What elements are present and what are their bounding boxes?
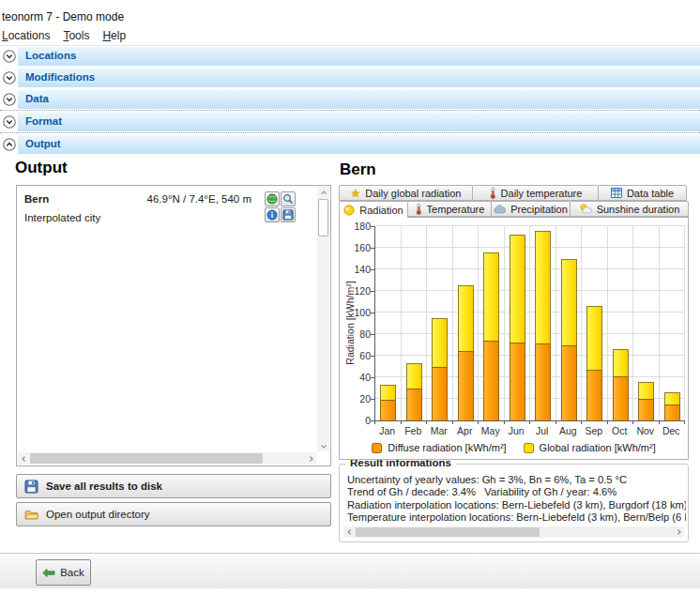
horizontal-scrollbar[interactable] (18, 452, 316, 465)
accordion-section-format[interactable]: Format (0, 113, 700, 131)
chevron-down-icon[interactable] (3, 50, 16, 63)
save-all-results-button[interactable]: Save all results to disk (16, 474, 331, 498)
tab-temperature[interactable]: Temperature (407, 201, 492, 217)
accordion-bar (18, 69, 700, 87)
gridline (375, 225, 685, 226)
x-tick-label: Feb (401, 425, 427, 436)
gridline (375, 268, 685, 269)
gridline (426, 226, 427, 420)
output-heading: Output (15, 159, 68, 177)
y-tick-mark (371, 226, 374, 227)
table-icon (611, 188, 622, 198)
accordion-section-output[interactable]: Output (0, 135, 700, 154)
tab-row-monthly: RadiationTemperaturePrecipitationSunshin… (339, 201, 689, 218)
x-tick-mark (659, 421, 660, 424)
accordion-label: Locations (25, 50, 76, 61)
tab-daily-temperature[interactable]: Daily temperature (472, 185, 599, 201)
chevron-down-icon[interactable] (3, 93, 16, 106)
bar-diffuse-feb (406, 389, 422, 421)
scroll-right-icon[interactable] (673, 526, 684, 538)
globe-icon[interactable] (265, 191, 280, 206)
y-tick-label: 180 (346, 221, 371, 232)
x-tick-label: Mar (426, 425, 452, 436)
result-info-line: Radiation interpolation locations: Bern-… (347, 499, 686, 511)
location-coordinates: 46.9°N / 7.4°E, 540 m (147, 193, 251, 205)
scroll-left-icon[interactable] (343, 526, 355, 538)
scroll-left-icon[interactable] (18, 452, 29, 465)
x-tick-label: Dec (659, 425, 685, 436)
tab-row-daily: ★Daily global radiationDaily temperature… (339, 185, 687, 201)
accordion-section-locations[interactable]: Locations (0, 47, 700, 66)
legend-label: Global radiation [kWh/m²] (540, 442, 656, 453)
x-tick-label: May (478, 425, 504, 436)
x-tick-mark (529, 421, 530, 424)
gridline (504, 226, 505, 420)
x-tick-mark (684, 421, 685, 424)
chart-y-axis-label: Radiation [kWh/m²] (344, 226, 358, 420)
y-tick-mark (371, 399, 374, 400)
y-tick-mark (371, 356, 374, 357)
y-tick-label: 60 (346, 350, 371, 361)
y-tick-mark (371, 269, 374, 270)
accordion-section-modifications[interactable]: Modifications (0, 69, 700, 87)
y-tick-label: 80 (346, 328, 371, 340)
y-tick-mark (371, 313, 374, 313)
save-icon[interactable] (281, 207, 296, 222)
x-tick-label: Sep (581, 425, 607, 436)
bar-diffuse-jan (380, 400, 396, 420)
menu-tools[interactable]: Tools (57, 28, 97, 44)
magnifier-icon[interactable] (281, 191, 296, 206)
scroll-down-icon[interactable] (317, 440, 329, 451)
chevron-down-icon[interactable] (3, 71, 16, 84)
x-tick-mark (581, 421, 582, 424)
tab-sunshine-duration[interactable]: Sunshine duration (570, 201, 689, 217)
accordion-bar (18, 135, 700, 154)
result-informations-text: Uncertainty of yearly values: Gh = 3%, B… (347, 474, 686, 525)
thermometer-icon (415, 203, 422, 215)
y-tick-label: 100 (346, 307, 371, 318)
y-tick-label: 40 (346, 372, 371, 383)
scroll-up-icon[interactable] (317, 187, 329, 198)
accordion-label: Output (25, 138, 61, 149)
gridline (555, 226, 556, 420)
x-tick-mark (426, 421, 427, 424)
location-item[interactable]: Bern 46.9°N / 7.4°E, 540 m Interpolated … (18, 187, 317, 223)
scroll-right-icon[interactable] (305, 452, 316, 465)
gridline (684, 226, 685, 420)
accordion-section-data[interactable]: Data (0, 90, 700, 109)
menu-help[interactable]: Help (97, 28, 133, 44)
accordion: LocationsModificationsDataFormatOutput (0, 47, 700, 157)
tab-precipitation[interactable]: Precipitation (491, 201, 571, 217)
tab-data-table[interactable]: Data table (598, 185, 687, 201)
folder-icon (24, 509, 38, 520)
scrollbar-thumb[interactable] (318, 199, 328, 236)
accordion-label: Format (25, 115, 62, 127)
result-informations-groupbox: Result informations Uncertainty of yearl… (339, 464, 689, 542)
location-detail-heading: Bern (340, 160, 376, 179)
tab-radiation[interactable]: Radiation (339, 201, 408, 218)
sun-cloud-icon (579, 204, 592, 214)
gridline (581, 226, 582, 420)
chart-panel: Radiation [kWh/m²] Diffuse radiation [kW… (339, 217, 689, 460)
y-tick-label: 20 (346, 393, 371, 404)
result-info-line: Uncertainty of yearly values: Gh = 3%, B… (347, 474, 686, 486)
bar-diffuse-nov (638, 399, 654, 420)
back-button[interactable]: Back (36, 559, 91, 586)
horizontal-scrollbar[interactable] (343, 526, 684, 538)
bar-diffuse-jun (510, 343, 525, 420)
tab-daily-global-radiation[interactable]: ★Daily global radiation (339, 185, 473, 201)
location-action-buttons (265, 191, 296, 222)
cloud-icon (494, 205, 506, 214)
gridline (607, 226, 608, 420)
chevron-up-icon[interactable] (3, 138, 16, 151)
scrollbar-thumb[interactable] (30, 453, 263, 464)
info-icon[interactable] (265, 207, 280, 222)
open-output-directory-button[interactable]: Open output directory (16, 502, 331, 526)
chart-legend: Diffuse radiation [kWh/m²]Global radiati… (340, 442, 688, 453)
menu-locations[interactable]: Locations (0, 28, 57, 44)
gridline (375, 355, 685, 356)
chevron-down-icon[interactable] (3, 115, 16, 129)
scrollbar-thumb[interactable] (356, 527, 540, 537)
x-tick-label: Jul (529, 425, 555, 436)
vertical-scrollbar[interactable] (317, 187, 329, 451)
